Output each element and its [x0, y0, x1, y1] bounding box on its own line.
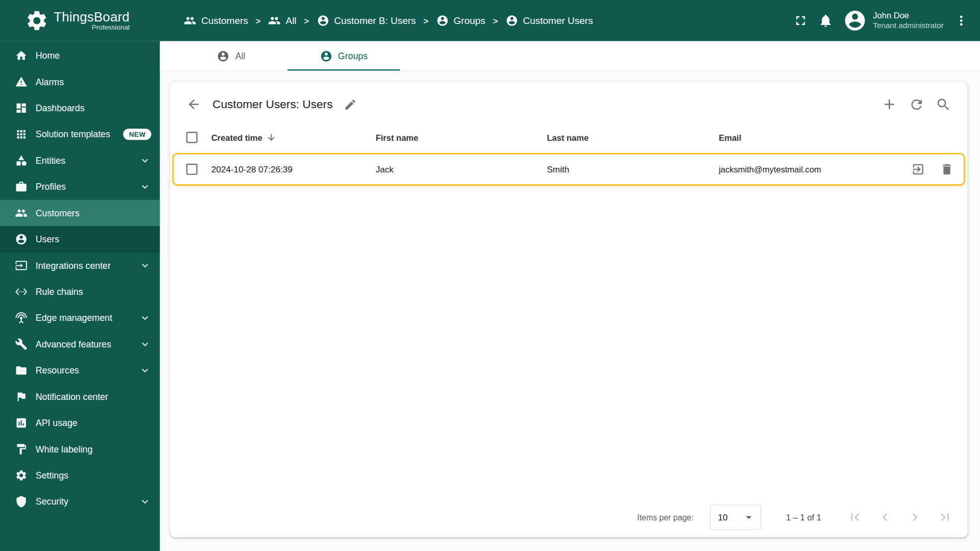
user-menu[interactable]: John Doe Tenant administrator	[843, 9, 944, 33]
fullscreen-button[interactable]	[793, 13, 808, 28]
breadcrumb-customer-b-users[interactable]: Customer B: Users	[316, 14, 416, 27]
chevron-down-icon	[139, 312, 151, 324]
more-vert-icon	[954, 13, 969, 28]
add-user-button[interactable]	[881, 96, 898, 113]
sidebar-item-home[interactable]: Home	[0, 42, 160, 68]
main-content: All Groups Customer Users: Users	[160, 41, 980, 551]
first-page-button[interactable]	[847, 510, 862, 524]
column-email[interactable]: Email	[719, 133, 878, 142]
edit-title-button[interactable]	[344, 98, 357, 111]
breadcrumb-all[interactable]: All	[268, 14, 296, 27]
back-button[interactable]	[186, 97, 201, 112]
last-page-icon	[938, 510, 952, 524]
sort-desc-icon	[266, 133, 276, 143]
wrench-icon	[15, 338, 27, 350]
app-body: Home Alarms Dashboards Solution template…	[0, 41, 980, 551]
sidebar-item-edge-management[interactable]: Edge management	[0, 305, 160, 331]
page-title: Customer Users: Users	[212, 97, 332, 111]
refresh-button[interactable]	[909, 96, 924, 112]
sidebar-item-profiles[interactable]: Profiles	[0, 173, 160, 199]
tab-groups[interactable]: Groups	[287, 41, 400, 71]
search-button[interactable]	[936, 96, 951, 112]
table-row[interactable]: 2024-10-28 07:26:39 Jack Smith jacksmith…	[173, 153, 965, 186]
entities-icon	[15, 154, 27, 166]
shield-icon	[15, 495, 27, 508]
thingsboard-logo-icon	[25, 9, 49, 33]
breadcrumb-customer-users[interactable]: Customer Users	[505, 14, 593, 27]
column-created-time[interactable]: Created time	[211, 133, 376, 143]
sidebar-item-dashboards[interactable]: Dashboards	[0, 95, 160, 121]
sidebar-item-resources[interactable]: Resources	[0, 357, 160, 383]
plus-icon	[881, 96, 898, 113]
app-root: ThingsBoard Professional Customers > All…	[0, 0, 980, 551]
antenna-icon	[15, 312, 27, 324]
sidebar-item-notification-center[interactable]: Notification center	[0, 384, 160, 410]
sidebar-item-integrations-center[interactable]: Integrations center	[0, 253, 160, 279]
chevron-left-icon	[877, 510, 892, 524]
tab-bar: All Groups	[160, 41, 980, 71]
column-first-name[interactable]: First name	[376, 133, 547, 142]
sidebar-item-api-usage[interactable]: API usage	[0, 410, 160, 436]
row-checkbox[interactable]	[186, 164, 198, 175]
refresh-icon	[909, 96, 924, 112]
chevron-down-icon	[139, 495, 151, 508]
sidebar-item-settings[interactable]: Settings	[0, 462, 160, 488]
brand-text: ThingsBoard Professional	[54, 10, 130, 31]
people-icon	[15, 207, 27, 219]
more-menu-button[interactable]	[954, 13, 969, 28]
apps-grid-icon	[15, 128, 27, 140]
dashboards-icon	[15, 102, 27, 114]
briefcase-icon	[15, 181, 27, 193]
tab-all[interactable]: All	[175, 41, 287, 71]
page-range-label: 1 – 1 of 1	[786, 513, 821, 522]
flag-icon	[15, 390, 27, 403]
column-last-name[interactable]: Last name	[547, 133, 719, 142]
brand-subtitle: Professional	[92, 24, 130, 31]
sidebar: Home Alarms Dashboards Solution template…	[0, 41, 160, 551]
chevron-down-icon	[139, 154, 151, 166]
breadcrumb-separator: >	[493, 16, 498, 26]
sidebar-item-alarms[interactable]: Alarms	[0, 69, 160, 95]
user-role: Tenant administrator	[873, 21, 944, 31]
header-actions: John Doe Tenant administrator	[793, 9, 980, 33]
account-circle-icon	[217, 49, 229, 62]
brand-logo[interactable]: ThingsBoard Professional	[0, 9, 160, 33]
delete-row-button[interactable]	[940, 162, 954, 176]
notifications-button[interactable]	[818, 13, 833, 28]
sidebar-item-security[interactable]: Security	[0, 489, 160, 515]
breadcrumb: Customers > All > Customer B: Users > Gr…	[160, 14, 593, 27]
sidebar-item-users[interactable]: Users	[0, 226, 160, 252]
back-arrow-icon	[186, 97, 201, 112]
breadcrumb-separator: >	[304, 16, 309, 26]
breadcrumb-customers[interactable]: Customers	[184, 14, 248, 27]
first-page-icon	[847, 510, 862, 524]
brand-name: ThingsBoard	[54, 10, 130, 24]
items-per-page-label: Items per page:	[637, 513, 694, 522]
top-header: ThingsBoard Professional Customers > All…	[0, 0, 980, 41]
last-page-button[interactable]	[938, 510, 952, 524]
input-icon	[15, 259, 27, 271]
home-icon	[15, 49, 27, 62]
page-size-select[interactable]: 10	[710, 505, 761, 530]
sidebar-item-advanced-features[interactable]: Advanced features	[0, 331, 160, 357]
sidebar-item-customers[interactable]: Customers	[0, 200, 160, 226]
avatar	[843, 9, 867, 33]
chevron-down-icon	[139, 364, 151, 377]
table-empty-area	[170, 186, 967, 497]
next-page-button[interactable]	[908, 510, 922, 524]
row-actions	[879, 162, 954, 176]
login-as-user-button[interactable]	[911, 162, 925, 176]
ethernet-icon	[15, 286, 27, 298]
table-header-row: Created time First name Last name Email	[170, 123, 967, 152]
account-circle-icon	[436, 14, 448, 27]
sidebar-item-white-labeling[interactable]: White labeling	[0, 436, 160, 462]
breadcrumb-separator: >	[424, 16, 429, 26]
select-all-checkbox[interactable]	[186, 132, 198, 143]
prev-page-button[interactable]	[877, 510, 892, 524]
sidebar-item-rule-chains[interactable]: Rule chains	[0, 279, 160, 305]
account-circle-icon	[320, 49, 332, 62]
sidebar-item-solution-templates[interactable]: Solution templates NEW	[0, 121, 160, 147]
sidebar-item-entities[interactable]: Entities	[0, 147, 160, 173]
breadcrumb-groups[interactable]: Groups	[436, 14, 485, 27]
gear-icon	[15, 469, 27, 482]
